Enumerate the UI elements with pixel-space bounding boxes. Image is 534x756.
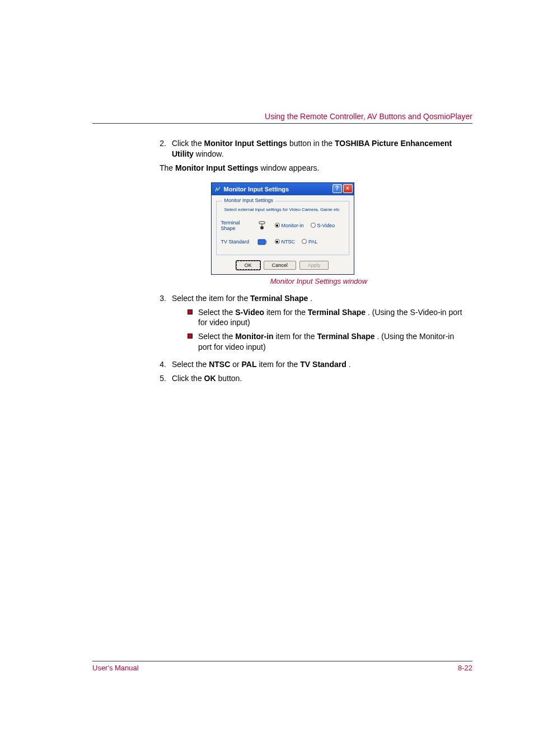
step-list: 3. Select the item for the Terminal Shap… — [160, 293, 467, 384]
step-3: 3. Select the item for the Terminal Shap… — [160, 293, 467, 356]
text: . — [310, 294, 312, 303]
text: window. — [196, 149, 224, 158]
radio-label: Monitor-in — [282, 223, 304, 228]
step-number: 3. — [160, 293, 172, 356]
step-body: Click the Monitor Input Settings button … — [172, 138, 467, 159]
text-bold: Terminal Shape — [308, 308, 366, 317]
radio-monitor-in[interactable]: Monitor-in — [275, 223, 304, 228]
bullet-icon — [188, 309, 193, 314]
dialog-titlebar: Monitor Input Settings ? × — [212, 183, 354, 195]
footer-manual-name: User's Manual — [92, 664, 139, 672]
bullet-item: Select the S-Video item for the Terminal… — [188, 307, 467, 328]
radio-dot-icon — [302, 239, 307, 244]
text-bold: NTSC — [209, 360, 230, 369]
text-bold: Terminal Shape — [317, 332, 374, 341]
text-bold: PAL — [242, 360, 257, 369]
radio-label: PAL — [308, 239, 317, 245]
group-title: Monitor Input Settings — [222, 198, 276, 203]
step-5: 5. Click the OK button. — [160, 373, 467, 384]
text: Select the — [172, 360, 209, 369]
text: window appears. — [260, 163, 319, 172]
text-bold: Monitor Input Settings — [204, 139, 288, 148]
text-bold: S-Video — [235, 308, 264, 317]
bullet-list: Select the S-Video item for the Terminal… — [188, 307, 467, 353]
bullet-body: Select the S-Video item for the Terminal… — [198, 307, 467, 328]
text: button in the — [289, 139, 335, 148]
radio-s-video[interactable]: S-Video — [311, 223, 335, 228]
radio-ntsc[interactable]: NTSC — [275, 239, 296, 245]
text: item for the — [266, 308, 308, 317]
footer-page-number: 8-22 — [458, 664, 472, 672]
dialog-body: Monitor Input Settings Select external i… — [212, 195, 354, 274]
chapter-header: Using the Remote Controller, AV Buttons … — [92, 112, 472, 124]
text: Select the — [198, 308, 235, 317]
svg-rect-0 — [259, 222, 265, 224]
help-button[interactable]: ? — [332, 184, 342, 193]
radio-label: S-Video — [317, 223, 335, 228]
bullet-item: Select the Monitor-in item for the Termi… — [188, 331, 467, 353]
radio-dot-icon — [275, 239, 280, 244]
text: Click the — [172, 374, 204, 383]
text-bold: OK — [204, 374, 216, 383]
figure-caption: Monitor Input Settings window — [165, 277, 472, 285]
row-tv-standard: TV Standard NTSC — [221, 238, 344, 246]
step-body: Select the NTSC or PAL item for the TV S… — [172, 359, 467, 370]
radio-dot-icon — [275, 223, 280, 228]
tv-icon — [256, 238, 269, 246]
radio-label: NTSC — [282, 239, 296, 245]
step-2: 2. Click the Monitor Input Settings butt… — [160, 138, 467, 159]
step-number: 2. — [160, 138, 172, 159]
bullet-icon — [188, 334, 193, 339]
text-bold: TV Standard — [300, 360, 346, 369]
svg-rect-3 — [258, 240, 265, 245]
titlebar-buttons: ? × — [332, 184, 353, 193]
dialog-title: Monitor Input Settings — [224, 186, 289, 192]
text: or — [232, 360, 241, 369]
radio-dot-icon — [311, 223, 316, 228]
text-bold: Monitor-in — [235, 332, 273, 341]
dialog-button-row: OK Cancel Apply — [216, 261, 349, 270]
text: Click the — [172, 139, 204, 148]
app-icon — [214, 185, 222, 193]
step-number: 5. — [160, 373, 172, 384]
label-terminal-shape: Terminal Shape — [221, 220, 256, 231]
connector-icon — [256, 221, 269, 230]
label-tv-standard: TV Standard — [221, 239, 256, 245]
radio-pal[interactable]: PAL — [302, 239, 317, 245]
text: Select the item for the — [172, 294, 250, 303]
step-4: 4. Select the NTSC or PAL item for the T… — [160, 359, 467, 370]
text: Select the — [198, 332, 235, 341]
step-list: 2. Click the Monitor Input Settings butt… — [160, 138, 467, 159]
group-box: Monitor Input Settings Select external i… — [216, 201, 349, 255]
step-followup: The Monitor Input Settings window appear… — [160, 163, 467, 173]
svg-point-2 — [260, 226, 264, 229]
text: item for the — [275, 332, 317, 341]
close-button[interactable]: × — [343, 184, 353, 193]
cancel-button[interactable]: Cancel — [264, 261, 296, 270]
row-terminal-shape: Terminal Shape Monitor-in — [221, 220, 344, 231]
step-body: Click the OK button. — [172, 373, 467, 384]
step-body: Select the item for the Terminal Shape .… — [172, 293, 467, 356]
text: . — [349, 360, 351, 369]
dialog-window: Monitor Input Settings ? × Monitor Input… — [211, 182, 354, 275]
ok-button[interactable]: OK — [236, 261, 260, 270]
radios-tv: NTSC PAL — [275, 239, 318, 245]
text: item for the — [259, 360, 300, 369]
text-bold: Monitor Input Settings — [175, 163, 259, 172]
group-description: Select external input settings for Video… — [224, 207, 344, 212]
bullet-body: Select the Monitor-in item for the Termi… — [198, 331, 467, 353]
radios-terminal: Monitor-in S-Video — [275, 223, 335, 228]
page-footer: User's Manual 8-22 — [92, 661, 472, 672]
text: The — [160, 163, 175, 172]
apply-button[interactable]: Apply — [299, 261, 329, 270]
step-number: 4. — [160, 359, 172, 370]
text: button. — [218, 374, 242, 383]
text-bold: Terminal Shape — [250, 294, 308, 303]
